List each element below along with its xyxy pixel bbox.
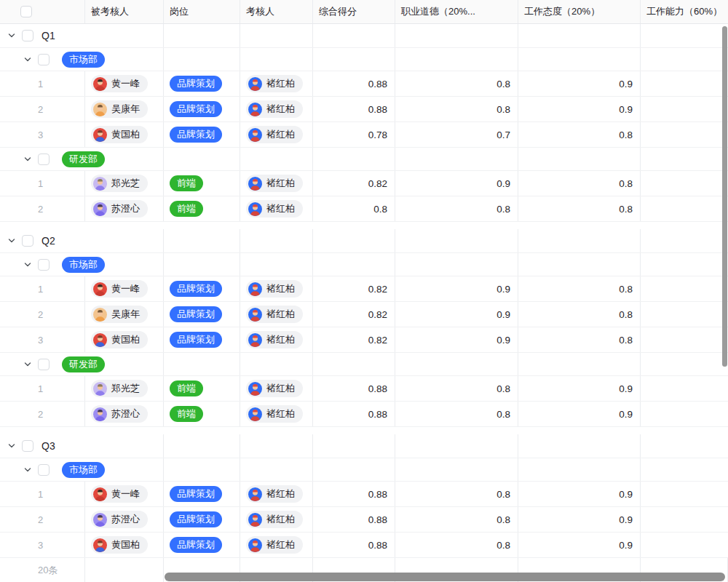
attitude-score-cell[interactable]: 0.9 <box>518 533 641 557</box>
position-cell[interactable]: 前端 <box>164 402 240 426</box>
overall-score-cell[interactable]: 0.88 <box>313 507 395 532</box>
person-cell[interactable]: 苏澄心 <box>85 507 164 532</box>
ability-score-cell[interactable] <box>641 327 728 352</box>
overall-score-cell[interactable]: 0.88 <box>313 402 395 426</box>
reviewer-cell[interactable]: 褚红柏 <box>240 302 313 327</box>
row-index-cell[interactable]: 1 <box>0 482 85 506</box>
department-checkbox[interactable] <box>38 259 50 271</box>
reviewer-cell[interactable]: 褚红柏 <box>240 97 313 121</box>
ability-score-cell[interactable] <box>641 507 728 532</box>
overall-score-cell[interactable]: 0.82 <box>313 327 395 352</box>
reviewer-cell[interactable]: 褚红柏 <box>240 482 313 506</box>
reviewer-cell[interactable]: 褚红柏 <box>240 122 313 147</box>
overall-score-cell[interactable]: 0.78 <box>313 122 395 147</box>
person-cell[interactable]: 黄国柏 <box>85 533 164 557</box>
ethics-score-cell[interactable]: 0.8 <box>395 507 518 532</box>
position-cell[interactable]: 品牌策划 <box>164 507 240 532</box>
ethics-score-cell[interactable]: 0.9 <box>395 276 518 301</box>
position-cell[interactable]: 品牌策划 <box>164 327 240 352</box>
attitude-score-cell[interactable]: 0.8 <box>518 276 641 301</box>
column-header-reviewer[interactable]: 考核人 <box>240 0 313 23</box>
overall-score-cell[interactable]: 0.82 <box>313 171 395 196</box>
attitude-score-cell[interactable]: 0.9 <box>518 376 641 401</box>
department-checkbox[interactable] <box>38 154 50 165</box>
overall-score-cell[interactable]: 0.88 <box>313 71 395 96</box>
person-cell[interactable]: 黄一峰 <box>85 482 164 506</box>
chevron-down-icon[interactable] <box>7 442 16 450</box>
person-cell[interactable]: 黄国柏 <box>85 327 164 352</box>
reviewer-cell[interactable]: 褚红柏 <box>240 171 313 196</box>
group-cell[interactable]: Q1 <box>0 24 164 47</box>
person-cell[interactable]: 郑光芝 <box>85 376 164 401</box>
select-all-checkbox[interactable] <box>20 6 32 17</box>
row-index-cell[interactable]: 2 <box>0 97 85 121</box>
reviewer-cell[interactable]: 褚红柏 <box>240 402 313 426</box>
ethics-score-cell[interactable]: 0.9 <box>395 327 518 352</box>
attitude-score-cell[interactable]: 0.9 <box>518 507 641 532</box>
ethics-score-cell[interactable]: 0.7 <box>395 122 518 147</box>
row-index-cell[interactable]: 2 <box>0 196 85 221</box>
reviewer-cell[interactable]: 褚红柏 <box>240 533 313 557</box>
ability-score-cell[interactable] <box>641 122 728 147</box>
ability-score-cell[interactable] <box>641 171 728 196</box>
ethics-score-cell[interactable]: 0.8 <box>395 196 518 221</box>
chevron-down-icon[interactable] <box>23 360 32 369</box>
overall-score-cell[interactable]: 0.88 <box>313 482 395 506</box>
attitude-score-cell[interactable]: 0.8 <box>518 302 641 327</box>
ethics-score-cell[interactable]: 0.9 <box>395 171 518 196</box>
position-cell[interactable]: 品牌策划 <box>164 276 240 301</box>
department-cell[interactable]: 研发部 <box>0 353 164 375</box>
department-checkbox[interactable] <box>38 464 50 476</box>
chevron-down-icon[interactable] <box>23 155 32 164</box>
column-header-ability[interactable]: 工作能力（60%） <box>641 0 728 23</box>
attitude-score-cell[interactable]: 0.8 <box>518 327 641 352</box>
column-header-position[interactable]: 岗位 <box>164 0 240 23</box>
row-index-cell[interactable]: 3 <box>0 533 85 557</box>
vertical-scrollbar[interactable] <box>722 26 727 367</box>
overall-score-cell[interactable]: 0.8 <box>313 196 395 221</box>
chevron-down-icon[interactable] <box>23 260 32 269</box>
ethics-score-cell[interactable]: 0.8 <box>395 402 518 426</box>
chevron-down-icon[interactable] <box>23 466 32 474</box>
position-cell[interactable]: 品牌策划 <box>164 97 240 121</box>
department-cell[interactable]: 市场部 <box>0 253 164 276</box>
column-header-overall-score[interactable]: 综合得分 <box>313 0 395 23</box>
reviewer-cell[interactable]: 褚红柏 <box>240 507 313 532</box>
row-index-cell[interactable]: 1 <box>0 171 85 196</box>
group-checkbox[interactable] <box>22 440 33 452</box>
ability-score-cell[interactable] <box>641 482 728 506</box>
person-cell[interactable]: 黄国柏 <box>85 122 164 147</box>
reviewer-cell[interactable]: 褚红柏 <box>240 196 313 221</box>
ethics-score-cell[interactable]: 0.8 <box>395 482 518 506</box>
department-cell[interactable]: 市场部 <box>0 458 164 481</box>
attitude-score-cell[interactable]: 0.8 <box>518 196 641 221</box>
department-checkbox[interactable] <box>38 359 50 370</box>
row-index-cell[interactable]: 1 <box>0 376 85 401</box>
person-cell[interactable]: 吴康年 <box>85 302 164 327</box>
position-cell[interactable]: 前端 <box>164 196 240 221</box>
person-cell[interactable]: 郑光芝 <box>85 171 164 196</box>
ability-score-cell[interactable] <box>641 533 728 557</box>
ethics-score-cell[interactable]: 0.8 <box>395 97 518 121</box>
attitude-score-cell[interactable]: 0.9 <box>518 71 641 96</box>
row-index-cell[interactable]: 3 <box>0 327 85 352</box>
person-cell[interactable]: 苏澄心 <box>85 402 164 426</box>
chevron-down-icon[interactable] <box>23 55 32 64</box>
ability-score-cell[interactable] <box>641 402 728 426</box>
row-index-cell[interactable]: 2 <box>0 507 85 532</box>
group-cell[interactable]: Q3 <box>0 434 164 458</box>
group-checkbox[interactable] <box>22 30 33 41</box>
ability-score-cell[interactable] <box>641 302 728 327</box>
attitude-score-cell[interactable]: 0.9 <box>518 97 641 121</box>
overall-score-cell[interactable]: 0.88 <box>313 533 395 557</box>
ethics-score-cell[interactable]: 0.8 <box>395 533 518 557</box>
ability-score-cell[interactable] <box>641 71 728 96</box>
department-checkbox[interactable] <box>38 54 50 65</box>
department-cell[interactable]: 市场部 <box>0 48 164 71</box>
position-cell[interactable]: 品牌策划 <box>164 122 240 147</box>
overall-score-cell[interactable]: 0.88 <box>313 97 395 121</box>
position-cell[interactable]: 品牌策划 <box>164 533 240 557</box>
reviewer-cell[interactable]: 褚红柏 <box>240 327 313 352</box>
ability-score-cell[interactable] <box>641 376 728 401</box>
row-index-cell[interactable]: 1 <box>0 276 85 301</box>
